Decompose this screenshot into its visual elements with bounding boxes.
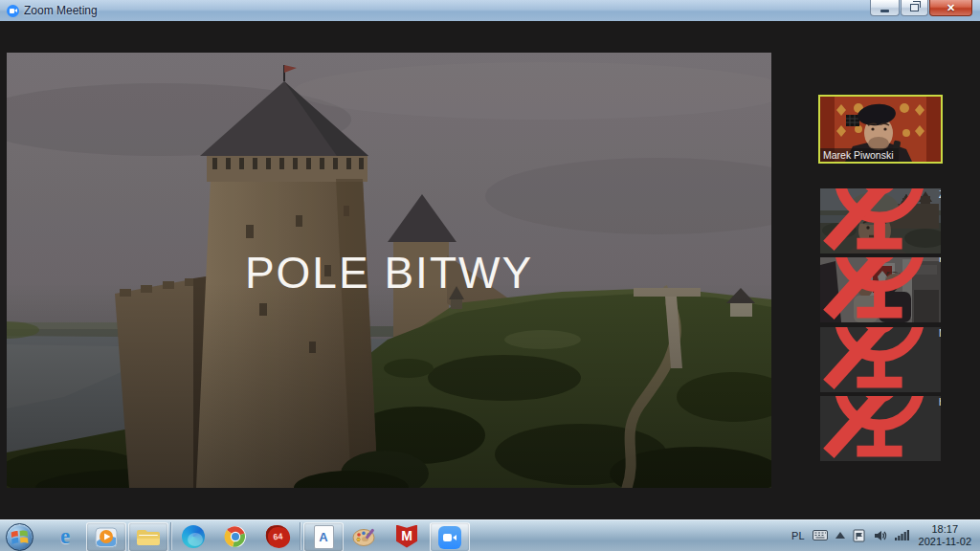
participant-name: Зоя Моргунова [939,327,941,339]
titlebar[interactable]: Zoom Meeting ✕ [0,0,980,22]
close-icon: ✕ [947,3,955,13]
minimize-button[interactable] [870,0,900,16]
internet-explorer-icon: e [60,525,70,547]
start-button[interactable] [6,523,33,551]
meeting-content-area: POLE BITWY [0,21,980,519]
participant-name: Home [939,257,941,263]
action-center-icon[interactable] [853,529,866,542]
slide-title: POLE BITWY [7,247,771,298]
participant-name: Tomasz Żurawski [939,188,941,200]
taskbar-media-player-button[interactable] [86,522,126,551]
red-64-app-icon: 64 [264,523,290,548]
taskbar-clock[interactable]: 18:17 2021-11-02 [917,523,977,548]
media-player-icon [95,526,118,549]
taskbar-separator [170,522,171,550]
shared-screen-slide: POLE BITWY [7,53,771,488]
folder-icon [136,527,161,548]
keyboard-icon[interactable] [813,530,828,540]
muted-mic-icon [823,257,936,320]
minimize-icon [880,10,889,12]
participant-name: Marek Piwonski [823,150,894,161]
language-indicator[interactable]: PL [791,530,804,541]
participant-tile-diana[interactable]: diana hrytsai diana hrytsai [820,396,941,461]
taskbar-zoom-button[interactable] [430,522,470,551]
participant-tile-zoya[interactable]: Зоя Моргунова Зоя Моргунова [820,327,941,392]
taskbar-ie-button[interactable]: e [46,522,84,550]
clock-time: 18:17 [919,523,971,536]
restore-icon [910,4,919,11]
restore-button[interactable] [901,0,928,16]
volume-icon[interactable] [874,530,887,541]
muted-mic-icon [823,396,936,459]
show-hidden-icons-button[interactable] [835,532,845,539]
taskbar-mcafee-button[interactable]: M [388,522,426,550]
mcafee-icon: M [396,525,417,548]
document-app-icon: A [314,525,334,549]
system-tray: PL [791,519,977,551]
zoom-app-icon [7,5,19,17]
muted-mic-icon [823,188,936,252]
edge-icon [182,525,205,548]
clock-date: 2021-11-02 [919,536,971,548]
participant-tile-home[interactable]: Home [820,257,941,322]
taskbar-edge-button[interactable] [174,522,212,550]
window-title: Zoom Meeting [24,4,98,17]
close-button[interactable]: ✕ [929,0,972,16]
taskbar-paint-button[interactable] [345,522,384,550]
chrome-icon [224,525,247,548]
taskbar-separator [300,522,301,550]
participant-name: diana hrytsai [939,396,941,408]
participant-tile-marek[interactable]: Marek Piwonski [820,97,941,162]
zoom-meeting-window: Zoom Meeting ✕ [0,0,980,551]
muted-mic-icon [823,327,936,390]
taskbar-red-app-button[interactable]: 64 [258,522,297,550]
network-icon[interactable] [895,530,909,540]
zoom-taskbar-icon [438,526,461,549]
participant-tile-tomasz[interactable]: Tomasz Żurawski [820,188,941,253]
taskbar-explorer-button[interactable] [128,522,168,551]
taskbar-document-button[interactable]: A [303,522,344,551]
paint-icon [352,526,377,547]
taskbar-chrome-button[interactable] [216,522,255,550]
